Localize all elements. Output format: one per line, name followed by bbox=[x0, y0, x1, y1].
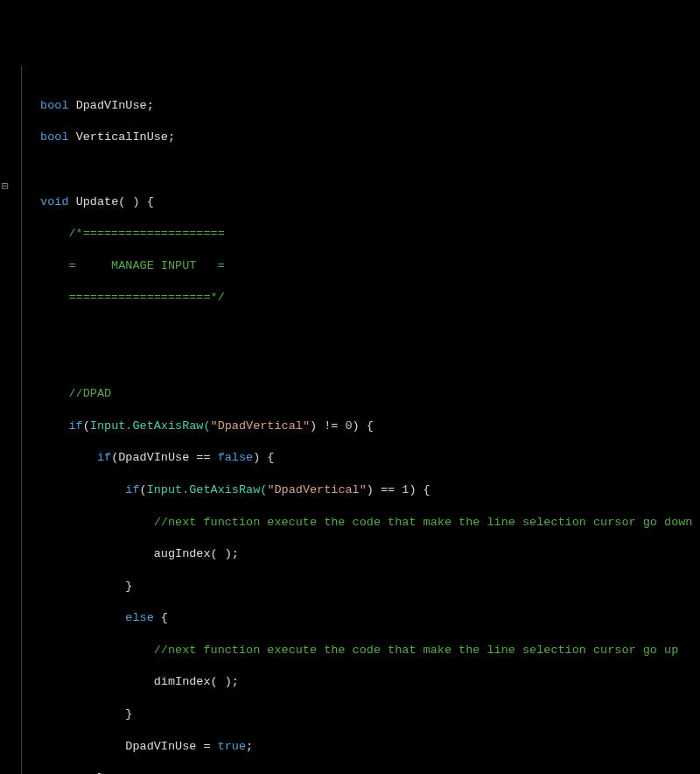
code-line bbox=[33, 355, 692, 370]
code-line bbox=[33, 162, 692, 178]
code-line: /*==================== bbox=[33, 226, 692, 242]
code-line: //next function execute the code that ma… bbox=[33, 515, 692, 531]
code-line: if(Input.GetAxisRaw("DpadVertical") != 0… bbox=[33, 419, 692, 434]
code-area[interactable]: bool DpadVInUse; bool VerticalInUse; voi… bbox=[21, 64, 692, 774]
code-line: else { bbox=[33, 610, 692, 626]
code-line: augIndex( ); bbox=[33, 546, 692, 562]
code-line: } bbox=[33, 579, 692, 595]
code-line: dimIndex( ); bbox=[33, 674, 692, 690]
code-line: bool DpadVInUse; bbox=[33, 98, 692, 114]
code-editor: ⊟ ⌊ bool DpadVInUse; bool VerticalInUse;… bbox=[0, 64, 700, 774]
code-line: } bbox=[33, 770, 692, 774]
code-line: DpadVInUse = true; bbox=[33, 739, 692, 755]
code-line bbox=[33, 322, 692, 338]
indent-guide bbox=[21, 66, 22, 774]
code-line: void Update( ) { bbox=[33, 194, 692, 210]
code-line: //next function execute the code that ma… bbox=[33, 643, 692, 658]
code-line: if(Input.GetAxisRaw("DpadVertical") == 1… bbox=[33, 482, 692, 498]
gutter: ⊟ ⌊ bbox=[0, 64, 21, 774]
code-line: //DPAD bbox=[33, 386, 692, 402]
code-line: = MANAGE INPUT = bbox=[33, 258, 692, 274]
code-line: bool VerticalInUse; bbox=[33, 130, 692, 145]
code-line: if(DpadVInUse == false) { bbox=[33, 450, 692, 466]
code-line: ====================*/ bbox=[33, 290, 692, 306]
fold-marker[interactable]: ⊟ bbox=[0, 178, 21, 194]
code-line: } bbox=[33, 707, 692, 722]
